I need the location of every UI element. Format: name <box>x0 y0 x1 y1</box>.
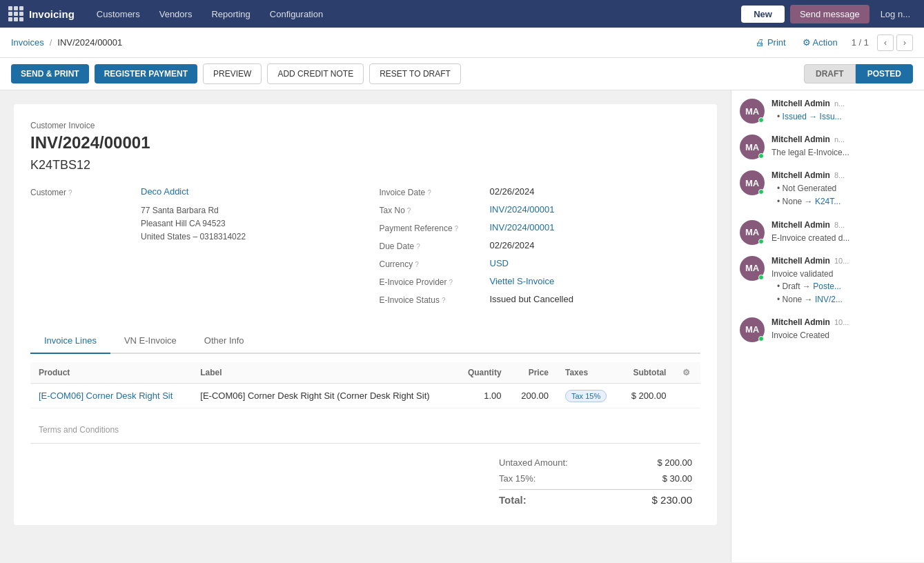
due-date-label: Due Date ? <box>380 240 490 251</box>
chatter-message-1: MA Mitchell Admin n... The legal E-Invoi… <box>740 135 916 159</box>
totals-table: Untaxed Amount: $ 200.00 Tax 15%: $ 30.0… <box>499 455 692 508</box>
product-link[interactable]: [E-COM06] Corner Desk Right Sit <box>39 391 173 401</box>
address-line3: United States – 0318314022 <box>141 230 352 244</box>
send-print-button[interactable]: SEND & PRINT <box>11 64 89 83</box>
menu-configuration[interactable]: Configuration <box>262 5 331 23</box>
currency-label: Currency ? <box>380 258 490 269</box>
tax-row: Tax 15%: $ 30.00 <box>499 471 692 486</box>
doc-type: Customer Invoice <box>30 121 700 130</box>
msg-author-3: Mitchell Admin <box>771 220 830 230</box>
doc-left: Customer ? Deco Addict 77 Santa Barbara … <box>30 186 352 312</box>
avatar-4: MA <box>740 256 765 281</box>
action-link[interactable]: ⚙ Action <box>803 37 838 48</box>
register-payment-button[interactable]: REGISTER PAYMENT <box>95 64 197 83</box>
log-button[interactable]: Log n... <box>875 5 916 23</box>
pagination-text: 1 / 1 <box>852 37 869 48</box>
msg-content-2: Mitchell Admin 8... • Not Generated • No… <box>771 170 916 208</box>
untaxed-value: $ 200.00 <box>657 457 692 468</box>
print-icon: 🖨 <box>756 37 765 48</box>
tax-badge: Tax 15% <box>565 390 607 402</box>
msg-content-3: Mitchell Admin 8... E-Invoice created d.… <box>771 220 916 245</box>
cell-label: [E-COM06] Corner Desk Right Sit (Corner … <box>192 384 455 408</box>
action-bar: SEND & PRINT REGISTER PAYMENT PREVIEW AD… <box>0 58 924 90</box>
next-record-button[interactable]: › <box>896 34 913 51</box>
avatar-2: MA <box>740 170 765 195</box>
top-navigation: Invoicing Customers Vendors Reporting Co… <box>0 0 924 28</box>
avatar-1: MA <box>740 135 765 159</box>
app-name: Invoicing <box>29 8 75 20</box>
document-card: Customer Invoice INV/2024/00001 K24TBS12… <box>14 104 717 525</box>
einvoice-provider-field: E-Invoice Provider ? Viettel S-Invoice <box>380 276 701 287</box>
breadcrumb-bar: Invoices / INV/2024/00001 🖨 Print ⚙ Acti… <box>0 28 924 58</box>
tab-vn-einvoice[interactable]: VN E-Invoice <box>110 328 190 354</box>
reset-draft-button[interactable]: RESET TO DRAFT <box>369 63 461 84</box>
breadcrumb-current: INV/2024/00001 <box>57 37 122 48</box>
msg-author-2: Mitchell Admin <box>771 170 830 180</box>
msg-time-2: 8... <box>834 171 845 179</box>
chatter: MA Mitchell Admin n... • Issued → Issu..… <box>731 90 924 562</box>
send-message-button[interactable]: Send message <box>790 5 869 23</box>
msg-content-1: Mitchell Admin n... The legal E-Invoice.… <box>771 135 916 159</box>
einvoice-status-field: E-Invoice Status ? Issued but Cancelled <box>380 294 701 305</box>
app-logo[interactable]: Invoicing <box>8 6 75 21</box>
cell-subtotal: $ 200.00 <box>619 384 674 408</box>
msg-bullet-2-1: • None → K24T... <box>777 195 916 208</box>
tax-no-value: INV/2024/00001 <box>490 204 555 215</box>
invoice-date-value: 02/26/2024 <box>490 186 535 197</box>
menu-reporting[interactable]: Reporting <box>203 5 258 23</box>
payment-ref-label: Payment Reference ? <box>380 222 490 233</box>
customer-help-icon: ? <box>68 189 72 197</box>
doc-right: Invoice Date ? 02/26/2024 Tax No ? INV/2… <box>380 186 701 312</box>
table-settings-icon[interactable]: ⚙ <box>682 368 690 377</box>
msg-time-1: n... <box>834 135 845 144</box>
doc-body: Customer ? Deco Addict 77 Santa Barbara … <box>30 186 700 312</box>
msg-text-4: Invoice validated <box>771 268 916 280</box>
msg-time-5: 10... <box>834 318 849 326</box>
payment-ref-value: INV/2024/00001 <box>490 222 555 233</box>
menu-vendors[interactable]: Vendors <box>151 5 201 23</box>
total-label: Total: <box>499 494 527 506</box>
online-indicator-2 <box>758 189 764 195</box>
einvoice-provider-value[interactable]: Viettel S-Invoice <box>490 276 555 286</box>
add-credit-note-button[interactable]: ADD CREDIT NOTE <box>267 63 364 84</box>
invoice-date-field: Invoice Date ? 02/26/2024 <box>380 186 701 197</box>
customer-value[interactable]: Deco Addict <box>141 186 188 197</box>
col-subtotal: Subtotal <box>619 362 674 384</box>
cell-taxes: Tax 15% <box>557 384 619 408</box>
avatar-3: MA <box>740 220 765 245</box>
msg-bullet-2-0: • Not Generated <box>777 182 916 195</box>
msg-bullet-0-0: • Issued → Issu... <box>777 110 916 124</box>
msg-bullet-4-0: • Draft → Poste... <box>777 280 916 293</box>
msg-time-4: 10... <box>834 257 849 265</box>
tab-invoice-lines[interactable]: Invoice Lines <box>30 328 110 354</box>
col-settings[interactable]: ⚙ <box>674 362 700 384</box>
status-draft[interactable]: DRAFT <box>804 64 856 83</box>
currency-field: Currency ? USD <box>380 258 701 269</box>
col-quantity: Quantity <box>456 362 510 384</box>
prev-record-button[interactable]: ‹ <box>877 34 894 51</box>
table-header-row: Product Label Quantity Price Taxes Subto… <box>30 362 700 384</box>
pagination: 1 / 1 ‹ › <box>846 34 913 51</box>
divider <box>30 443 700 444</box>
avatar-0: MA <box>740 99 765 124</box>
due-date-help-icon: ? <box>416 243 420 250</box>
msg-author-0: Mitchell Admin <box>771 99 830 108</box>
tab-other-info[interactable]: Other Info <box>190 328 258 354</box>
top-menu: Customers Vendors Reporting Configuratio… <box>88 5 331 23</box>
tax-no-field: Tax No ? INV/2024/00001 <box>380 204 701 215</box>
customer-field: Customer ? Deco Addict <box>30 186 352 197</box>
breadcrumb-separator: / <box>50 37 52 48</box>
breadcrumb-parent[interactable]: Invoices <box>11 37 44 48</box>
msg-content-5: Mitchell Admin 10... Invoice Created <box>771 317 916 342</box>
new-button[interactable]: New <box>741 6 785 23</box>
address-line2: Pleasant Hill CA 94523 <box>141 217 352 230</box>
currency-value[interactable]: USD <box>490 258 509 268</box>
preview-button[interactable]: PREVIEW <box>203 63 262 84</box>
col-taxes: Taxes <box>557 362 619 384</box>
status-posted[interactable]: POSTED <box>856 64 913 83</box>
print-link[interactable]: 🖨 Print <box>756 37 785 48</box>
msg-bullet-4-1: • None → INV/2... <box>777 293 916 306</box>
totals-section: Untaxed Amount: $ 200.00 Tax 15%: $ 30.0… <box>30 455 700 508</box>
menu-customers[interactable]: Customers <box>88 5 148 23</box>
terms-label: Terms and Conditions <box>39 425 119 435</box>
